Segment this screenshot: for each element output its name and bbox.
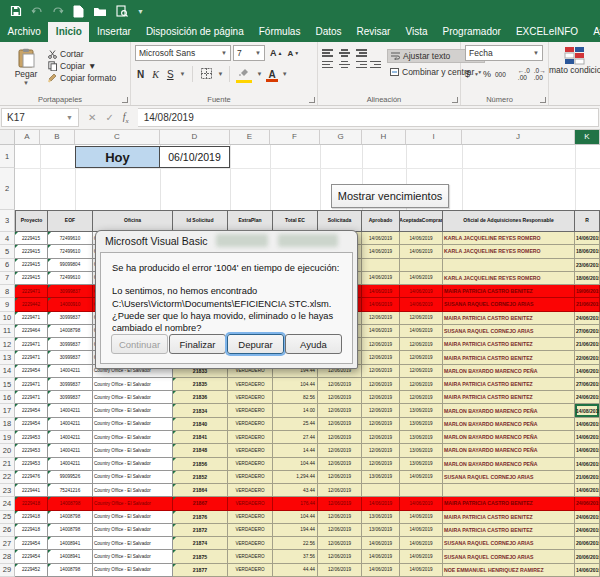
cell[interactable]: 12/06/2019 — [318, 391, 362, 404]
cell[interactable]: 2229471 — [15, 285, 48, 298]
cell[interactable]: 82.56 — [273, 391, 318, 404]
cell[interactable]: 99099804 — [48, 259, 93, 272]
cell[interactable]: 2229471 — [15, 312, 48, 325]
tab-insertar[interactable]: Insertar — [89, 22, 138, 42]
cell[interactable]: 21/06/2019 — [575, 338, 600, 351]
cell[interactable]: 12/06/2019 — [318, 378, 362, 391]
cell[interactable]: 14008798 — [48, 524, 93, 537]
orientation-icon[interactable] — [356, 49, 367, 57]
cell[interactable]: 72499610 — [48, 272, 93, 285]
depurar-button[interactable]: Depurar — [227, 334, 284, 354]
cell[interactable]: VERDADERO — [228, 418, 273, 431]
cell[interactable]: 14008941 — [48, 550, 93, 563]
cell[interactable]: 2229471 — [15, 338, 48, 351]
tab-ayuda[interactable]: Ayuda — [586, 22, 600, 42]
align-left-icon[interactable] — [322, 61, 333, 69]
cell[interactable]: 37.56 — [273, 550, 318, 563]
cell[interactable]: 14008798 — [48, 511, 93, 524]
cell[interactable]: 13/06/2019 — [400, 431, 443, 444]
align-center-icon[interactable] — [339, 61, 350, 69]
cell[interactable]: KARLA JACQUELINE REYES ROMERO — [443, 272, 575, 285]
cell[interactable]: 2229418 — [15, 524, 48, 537]
cell[interactable]: MARLON BAYARDO MARENCO PEÑA — [443, 444, 575, 457]
cell[interactable]: 2229415 — [15, 272, 48, 285]
row-header-28[interactable]: 28 — [0, 550, 15, 563]
cell[interactable]: 75241216 — [48, 484, 93, 497]
column-header-D[interactable]: D — [160, 130, 230, 145]
formula-input[interactable]: 14/08/2019 — [138, 108, 599, 127]
bold-button[interactable]: N — [135, 69, 146, 80]
cell[interactable]: Country Office - El Salvador — [93, 524, 173, 537]
cell[interactable]: 14/06/2019 — [400, 272, 443, 285]
cell[interactable]: 14/06/2019 — [362, 298, 400, 311]
cell[interactable]: 13/06/2019 — [400, 444, 443, 457]
cell[interactable]: 21834 — [173, 404, 228, 417]
cell[interactable]: 12/06/2019 — [400, 338, 443, 351]
cell[interactable] — [443, 484, 575, 497]
cell[interactable]: SUSANA RAQUEL CORNEJO ARIAS — [443, 537, 575, 550]
cell[interactable]: 2229453 — [15, 458, 48, 471]
cell[interactable]: 12/06/2019 — [318, 511, 362, 524]
cell[interactable]: 2229415 — [15, 245, 48, 258]
cell[interactable]: 12/06/2019 — [400, 312, 443, 325]
cell[interactable]: 72499610 — [48, 232, 93, 245]
cell[interactable]: 44.44 — [273, 564, 318, 577]
cell[interactable]: 12/06/2019 — [318, 444, 362, 457]
cell[interactable]: SUSANA RAQUEL CORNEJO ARIAS — [443, 471, 575, 484]
cell[interactable]: 12/06/2019 — [318, 471, 362, 484]
underline-button[interactable]: S — [165, 69, 176, 80]
row-header-27[interactable]: 27 — [0, 537, 15, 550]
cell[interactable]: 13/06/2019 — [362, 471, 400, 484]
cell[interactable]: 30999837 — [48, 338, 93, 351]
new-file-icon[interactable] — [73, 5, 84, 18]
cell[interactable]: 12/06/2019 — [362, 378, 400, 391]
cell[interactable]: 14/06/2019 — [362, 537, 400, 550]
column-header-G[interactable]: G — [320, 130, 362, 145]
cell[interactable]: 21872 — [173, 524, 228, 537]
cell[interactable]: 14/06/2019 — [362, 245, 400, 258]
cell[interactable]: Country Office - El Salvador — [93, 497, 173, 510]
cell[interactable] — [443, 259, 575, 272]
cell[interactable]: 13/06/2019 — [362, 524, 400, 537]
cell[interactable]: 14/06/2019 — [362, 497, 400, 510]
cell[interactable]: 2229471 — [15, 391, 48, 404]
cell-today-date[interactable]: 06/10/2019 — [160, 146, 230, 168]
cell[interactable]: 18/06/2019 — [575, 272, 600, 285]
cell[interactable]: 21877 — [173, 564, 228, 577]
cell[interactable]: 14/06/2019 — [575, 458, 600, 471]
column-header-E[interactable]: E — [230, 130, 270, 145]
align-middle-icon[interactable] — [339, 49, 350, 57]
cell[interactable]: 14/06/2019 — [575, 564, 600, 577]
cell[interactable]: 21/06/2019 — [575, 298, 600, 311]
cell[interactable]: 25.44 — [273, 418, 318, 431]
row-header-17[interactable]: 17 — [0, 404, 15, 417]
name-box[interactable]: K17 ▼ — [1, 108, 79, 127]
cell[interactable]: 194.44 — [273, 524, 318, 537]
cell[interactable]: 27/06/2019 — [575, 378, 600, 391]
cell[interactable]: 2229452 — [15, 564, 48, 577]
cell[interactable]: 2229454 — [15, 550, 48, 563]
cell[interactable]: 13/06/2019 — [400, 458, 443, 471]
cell[interactable]: 14/08/2019 — [575, 404, 600, 417]
tab-inicio[interactable]: Inicio — [48, 22, 89, 42]
borders-caret-icon[interactable]: ▼ — [218, 71, 224, 77]
cell[interactable]: Country Office - El Salvador — [93, 471, 173, 484]
italic-button[interactable]: K — [150, 69, 161, 80]
cell[interactable]: 14/06/2019 — [575, 365, 600, 378]
cell[interactable]: 12/06/2019 — [362, 391, 400, 404]
cell[interactable]: 30999837 — [48, 351, 93, 364]
tab-vista[interactable]: Vista — [398, 22, 435, 42]
tab-revisar[interactable]: Revisar — [349, 22, 398, 42]
cell[interactable]: 2229415 — [15, 259, 48, 272]
cell[interactable]: VERDADERO — [228, 484, 273, 497]
cell[interactable]: MARLON BAYARDO MARENCO PEÑA — [443, 404, 575, 417]
cell[interactable]: 14/06/2019 — [400, 232, 443, 245]
cell[interactable]: MARLON BAYARDO MARENCO PEÑA — [443, 365, 575, 378]
percent-button[interactable]: % — [483, 69, 491, 79]
cell[interactable]: 12/06/2019 — [318, 550, 362, 563]
row-header-24[interactable]: 24 — [0, 497, 15, 510]
cell[interactable]: 14/06/2019 — [362, 325, 400, 338]
cell[interactable]: 1,294.44 — [273, 471, 318, 484]
cell[interactable] — [400, 259, 443, 272]
cell[interactable]: 12/06/2019 — [362, 444, 400, 457]
